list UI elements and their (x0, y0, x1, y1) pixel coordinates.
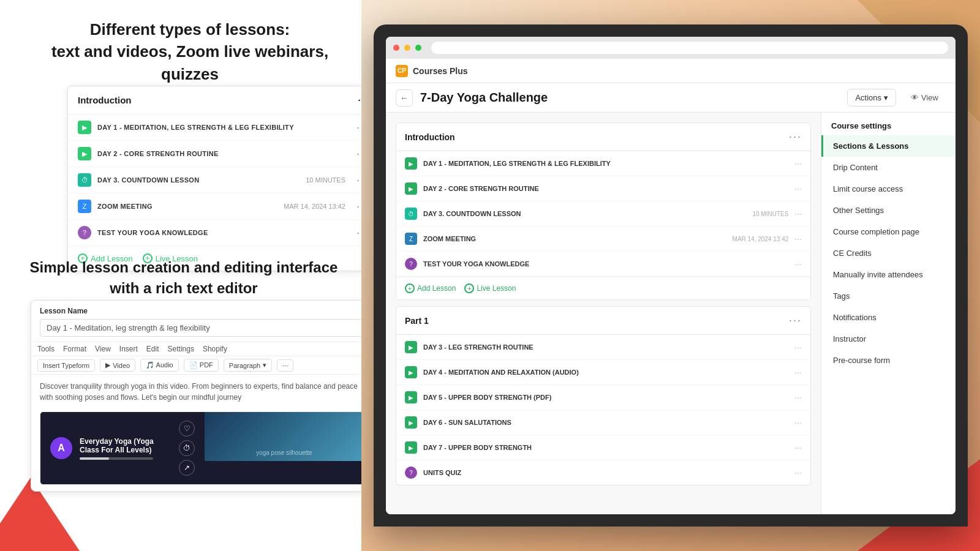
lesson-dots[interactable]: ··· (794, 468, 802, 478)
sidebar-item-sections-lessons[interactable]: Sections & Lessons (821, 135, 956, 157)
lesson-dots[interactable]: ··· (794, 159, 802, 168)
lesson-icon-quiz: ? (405, 258, 417, 270)
lesson-title: DAY 2 - CORE STRENGTH ROUTINE (423, 185, 788, 192)
sidebar-item-notifications[interactable]: Notifications (821, 307, 956, 328)
sidebar-item-other-settings[interactable]: Other Settings (821, 200, 956, 221)
menu-edit[interactable]: Edit (146, 345, 159, 353)
editor-menubar: Tools Format View Insert Edit Settings S… (31, 342, 373, 356)
menu-insert[interactable]: Insert (119, 345, 138, 353)
lesson-icon-video: ▶ (405, 391, 417, 403)
actions-button[interactable]: Actions ▾ (847, 89, 896, 107)
main-content: Introduction ··· ▶ DAY 1 - MEDITATION, L… (386, 113, 956, 514)
laptop-screen: CP Courses Plus ← 7-Day Yoga Challenge A… (386, 37, 956, 514)
course-title: 7-Day Yoga Challenge (420, 91, 840, 105)
video-title: Everyday Yoga (Yoga Class For All Levels… (80, 437, 172, 454)
maximize-dot[interactable] (415, 45, 421, 51)
left-panel: Different types of lessons: text and vid… (0, 0, 380, 551)
lesson-meta: MAR 14, 2024 13:42 (733, 236, 789, 242)
eye-icon: 👁 (911, 93, 919, 102)
lesson-dots[interactable]: ··· (794, 342, 802, 352)
video-button[interactable]: ▶ Video (100, 359, 135, 372)
table-row: ▶ DAY 6 - SUN SALUTATIONS ··· (396, 410, 810, 435)
menu-shopify[interactable]: Shopify (203, 345, 227, 353)
pdf-button[interactable]: 📄 PDF (184, 359, 219, 372)
lesson-dots[interactable]: ··· (794, 367, 802, 377)
table-row: ▶ DAY 3 - LEG STRENGTH ROUTINE ··· (396, 335, 810, 360)
lesson-dots[interactable]: ··· (794, 392, 802, 402)
sidebar-item-ce-credits[interactable]: CE Credits (821, 242, 956, 264)
lesson-dots[interactable]: ··· (794, 418, 802, 427)
lesson-dots[interactable]: ··· (794, 209, 802, 219)
sidebar-item-completion-page[interactable]: Course completion page (821, 221, 956, 242)
menu-view[interactable]: View (95, 345, 111, 353)
live-lesson-button[interactable]: + Live Lesson (464, 283, 516, 293)
right-panel: CP Courses Plus ← 7-Day Yoga Challenge A… (361, 0, 980, 551)
lesson-title: DAY 3. COUNTDOWN LESSON (423, 210, 746, 217)
insert-typeform-button[interactable]: Insert Typeform (37, 359, 95, 372)
lesson-icon-video: ▶ (405, 157, 417, 170)
lesson-icon-zoom: Z (405, 233, 417, 245)
video-actions: ♡ ⏱ ↗ (174, 416, 200, 481)
lesson-title: ZOOM MEETING (423, 235, 726, 242)
lesson-title: ZOOM MEETING (97, 203, 277, 210)
lesson-icon-timer: ⏱ (78, 173, 91, 187)
more-options-button[interactable]: ··· (277, 359, 293, 372)
lesson-icon-video: ▶ (405, 182, 417, 195)
video-landscape-thumbnail: yoga pose silhouette (205, 412, 364, 461)
lesson-title: DAY 3. COUNTDOWN LESSON (97, 176, 300, 184)
laptop-frame: CP Courses Plus ← 7-Day Yoga Challenge A… (374, 24, 968, 527)
lesson-dots[interactable]: ··· (794, 443, 802, 452)
paragraph-select[interactable]: Paragraph ▾ (224, 359, 272, 372)
menu-tools[interactable]: Tools (37, 345, 55, 353)
intro-card: Introduction ··· ▶ DAY 1 - MEDITATION, L… (67, 86, 380, 271)
lesson-dots[interactable]: ··· (794, 234, 802, 244)
intro-section-title: Introduction (78, 95, 131, 105)
back-button[interactable]: ← (396, 89, 413, 107)
table-row: Z ZOOM MEETING MAR 14, 2024 13:42 ··· (396, 227, 810, 252)
audio-button[interactable]: 🎵 Audio (140, 359, 179, 372)
add-lesson-button[interactable]: + Add Lesson (405, 283, 456, 293)
lesson-meta: 10 MINUTES (752, 211, 788, 217)
sidebar-item-drip-content[interactable]: Drip Content (821, 157, 956, 178)
table-row: ▶ DAY 7 - UPPER BODY STRENGTH ··· (396, 435, 810, 460)
section-dots-menu[interactable]: ··· (789, 130, 802, 143)
table-row: ? TEST YOUR YOGA KNOWLEDGE ··· (396, 252, 810, 277)
menu-format[interactable]: Format (63, 345, 86, 353)
minimize-dot[interactable] (404, 45, 410, 51)
view-button[interactable]: 👁 View (903, 89, 946, 106)
section-name: Introduction (405, 132, 455, 142)
play-icon: ▶ (105, 361, 110, 369)
sidebar-item-instructor[interactable]: Instructor (821, 328, 956, 350)
list-item: ▶ DAY 1 - MEDITATION, LEG STRENGTH & LEG… (68, 114, 379, 141)
section-name: Part 1 (405, 316, 429, 326)
address-bar[interactable] (431, 42, 948, 54)
heart-icon[interactable]: ♡ (179, 421, 195, 437)
section-lessons: ▶ DAY 1 - MEDITATION, LEG STRENGTH & LEG… (396, 151, 811, 300)
app-topbar: CP Courses Plus (386, 59, 956, 83)
section-header: Part 1 ··· (396, 306, 811, 335)
menu-settings[interactable]: Settings (168, 345, 194, 353)
editor-content: Discover tranquility through yoga in thi… (31, 375, 373, 409)
app-area: CP Courses Plus ← 7-Day Yoga Challenge A… (386, 59, 956, 514)
lesson-icon-quiz: ? (405, 467, 417, 479)
lesson-title: DAY 1 - MEDITATION, LEG STRENGTH & LEG F… (97, 124, 350, 131)
lesson-name-input[interactable] (40, 319, 364, 337)
lesson-name-label: Lesson Name (31, 301, 373, 317)
progress-fill (80, 457, 109, 460)
sidebar-item-limit-access[interactable]: Limit course access (821, 178, 956, 200)
sidebar-item-tags[interactable]: Tags (821, 285, 956, 307)
share-icon[interactable]: ↗ (179, 460, 195, 476)
lesson-title: DAY 1 - MEDITATION, LEG STRENGTH & LEG F… (423, 160, 788, 167)
lesson-icon-quiz: ? (78, 226, 91, 239)
sidebar-item-manually-invite[interactable]: Manually invite attendees (821, 264, 956, 285)
sidebar-item-pre-course-form[interactable]: Pre-course form (821, 350, 956, 371)
video-info: Everyday Yoga (Yoga Class For All Levels… (77, 432, 174, 465)
lesson-dots[interactable]: ··· (794, 259, 802, 269)
table-row: ▶ DAY 2 - CORE STRENGTH ROUTINE ··· (396, 176, 810, 201)
lesson-title: DAY 4 - MEDITATION AND RELAXATION (AUDIO… (423, 369, 788, 376)
chevron-down-icon: ▾ (884, 93, 888, 102)
close-dot[interactable] (393, 45, 399, 51)
lesson-dots[interactable]: ··· (794, 184, 802, 193)
clock-icon[interactable]: ⏱ (179, 440, 195, 456)
section-dots-menu[interactable]: ··· (789, 314, 802, 327)
